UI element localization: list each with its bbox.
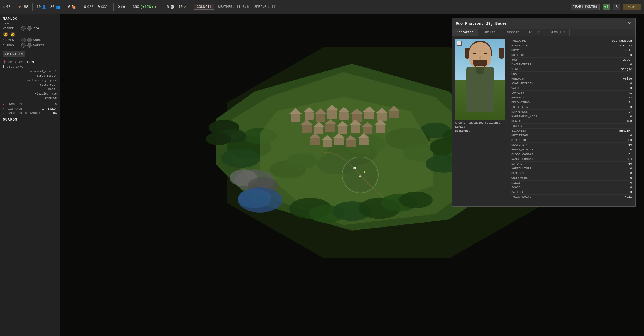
- distance-row: ✕ DISTANCE: 1.414214: [3, 107, 57, 110]
- people-icon: 👥: [56, 5, 60, 9]
- s-badge: S: [613, 4, 620, 10]
- visible: visible: True: [35, 92, 57, 95]
- svg-rect-24: [339, 112, 349, 120]
- cell-info-label: CELL_INFO:: [7, 65, 25, 68]
- svg-rect-52: [334, 138, 344, 145]
- ore-label: ORE: [87, 5, 94, 9]
- stat-row-unit-id: UNIT_ID0: [511, 53, 632, 58]
- svg-rect-22: [327, 110, 337, 119]
- stat-row-wood-work: WOOD_WORK0: [511, 176, 632, 181]
- worker-dot-1[interactable]: [21, 26, 26, 31]
- divider-7: [161, 3, 161, 11]
- stat-row-pregnant: PREGNANTFalse: [511, 76, 632, 81]
- likes-text: LIKES:: [455, 125, 505, 129]
- slaves-dot-1[interactable]: [21, 38, 26, 42]
- worker-count: 2/4: [33, 27, 39, 30]
- stat-row-daysintribe: DAYSINTRIBE0: [511, 62, 632, 67]
- crown-icon: ♛: [18, 5, 21, 9]
- plus-badge: +1: [603, 4, 610, 10]
- malus-row: ✕ MALUS_TO_DISTANCE: 0%: [3, 111, 57, 115]
- svg-rect-30: [377, 113, 387, 121]
- stat-row-feldarbeiter: FeldarbeiterNull: [511, 195, 632, 199]
- person-icon: 👤: [42, 5, 46, 9]
- character-close-button[interactable]: ×: [627, 21, 632, 26]
- divider-2: [32, 3, 33, 11]
- council-badge: COUNCIL: [194, 4, 214, 10]
- topbar-right: YEAR1 MONTH9 +1 S PAUSE: [571, 4, 641, 10]
- stat-row-nutrition: NUTRITION0: [511, 133, 632, 138]
- tab-haushalt[interactable]: Haushalt: [500, 29, 524, 36]
- grid-pos-row: 📍 GRID_POS: 45/9: [3, 60, 57, 64]
- stat-row-geology: GEOLOGY0: [511, 171, 632, 176]
- stat-row-birthdate: BIRTHDATE2.8.-28: [511, 43, 632, 48]
- lightning-icon: ⚡: [154, 5, 157, 9]
- svg-rect-40: [338, 126, 347, 134]
- svg-rect-36: [314, 127, 323, 134]
- food2-stat: 0 🍽: [118, 5, 125, 9]
- worker-icon-1: 🧑: [3, 31, 8, 37]
- character-portrait: ⬜: [455, 39, 505, 120]
- progress-label: PROGRESS:: [8, 103, 24, 106]
- stat-row----: ......: [511, 199, 632, 204]
- pop1-count: 10 👤: [36, 5, 46, 9]
- svg-rect-56: [359, 138, 369, 145]
- stat-row-happiness: HAPPINESS37: [511, 110, 632, 114]
- svg-rect-32: [389, 111, 399, 118]
- svg-rect-20: [316, 114, 325, 122]
- guards-dot-2[interactable]: [27, 43, 32, 48]
- dislikes-text: DISLIKES:: [455, 129, 505, 132]
- tab-familie[interactable]: Familie: [478, 29, 500, 36]
- svg-rect-42: [351, 125, 360, 133]
- tab-actions[interactable]: ACTIONS: [524, 29, 546, 36]
- worker-row: WORKER 2/4: [3, 26, 57, 31]
- guards-dot-1[interactable]: [21, 43, 26, 48]
- progress-value: 0: [55, 103, 57, 106]
- stat-row-nature: NATURE50: [511, 162, 632, 166]
- svg-point-80: [399, 192, 433, 208]
- svg-rect-34: [302, 125, 312, 133]
- svg-rect-54: [346, 140, 356, 147]
- ore-stat: 0 ORE: [84, 5, 94, 9]
- divider-6: [129, 3, 129, 11]
- topbar: ⚔ 42 ♛ 188 10 👤 20 👥 0 🍖 0 ORE 0 COAL 0 …: [0, 0, 644, 14]
- stat2: 10 ➶: [178, 5, 186, 9]
- guards-section-title: GUARDS: [3, 118, 57, 122]
- stat-row-fullname: FULLNAMEUdo Knutson: [511, 39, 632, 43]
- grid-pos-label: GRID_POS:: [8, 61, 25, 64]
- abandon-button[interactable]: ABANDON: [3, 51, 25, 57]
- slaves-dot-2[interactable]: [27, 38, 32, 42]
- slaves-label: SLAVES: [3, 38, 19, 42]
- guards-row: GUARDS WORKER: [3, 43, 57, 48]
- divider-5: [113, 3, 114, 11]
- mods: mods:: [48, 88, 57, 91]
- unknown: UNKNOWN: [45, 97, 57, 100]
- desc-label: DESC: [3, 22, 19, 25]
- stat-row-belongings: BELONGINGS21: [511, 100, 632, 105]
- character-tabs: Charakter Familie Haushalt ACTIONS MEMOR…: [452, 29, 635, 36]
- stat-row-loyalty: LOYALTY41: [511, 91, 632, 95]
- stat-row-unit: UNITNull: [511, 48, 632, 53]
- stat-row-kills: KILLS0: [511, 181, 632, 185]
- weather-info: WEATHER: 11/Rain, SPRING Null: [218, 5, 275, 9]
- info-icon: ℹ: [3, 65, 4, 68]
- groups-text: GROUPS: saveable, residents,: [455, 122, 505, 125]
- svg-point-62: [238, 189, 271, 208]
- ressources: ressources:: [38, 83, 57, 87]
- grid-pos-value: 45/9: [26, 61, 34, 64]
- stat-row-strength: STRENGTH50: [511, 138, 632, 143]
- guards-label: GUARDS: [3, 44, 19, 47]
- character-title: Udo Knutson, 29, Bauer: [456, 21, 507, 26]
- stat1: 10 💀: [165, 5, 175, 9]
- tab-memories[interactable]: MEMORIES: [546, 29, 570, 36]
- soldiers-count: ⚔ 42: [3, 5, 10, 9]
- stat-row-status: STATUSsingle: [511, 67, 632, 72]
- malus-value: 0%: [53, 112, 57, 115]
- svg-rect-83: [60, 264, 644, 336]
- tab-charakter[interactable]: Charakter: [452, 29, 478, 36]
- worker-dot-2[interactable]: [27, 26, 32, 31]
- malus-label: MALUS_TO_DISTANCE:: [8, 112, 41, 115]
- svg-point-70: [206, 132, 231, 145]
- stat-row-respect: RESPECT23: [511, 95, 632, 100]
- x-icon-progress: ✕: [3, 102, 5, 106]
- pause-button[interactable]: PAUSE: [623, 4, 641, 10]
